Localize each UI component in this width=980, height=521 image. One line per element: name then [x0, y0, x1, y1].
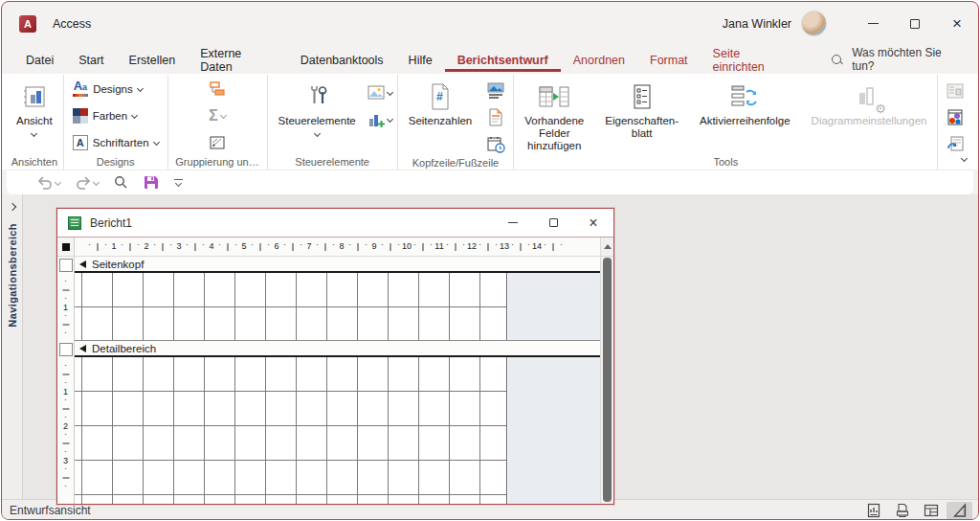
expand-nav-pane-chevron-icon[interactable]: [8, 203, 15, 211]
tell-me-search[interactable]: Was möchten Sie tun?: [831, 46, 967, 73]
add-ins-button[interactable]: [943, 105, 968, 129]
maximize-button[interactable]: [894, 2, 936, 45]
design-grid-detail[interactable]: [75, 357, 507, 504]
menu-tab-erstellen[interactable]: Erstellen: [117, 48, 189, 72]
insert-image-button[interactable]: [368, 80, 392, 104]
design-view-button[interactable]: [947, 502, 972, 520]
close-button[interactable]: ×: [936, 2, 978, 45]
group-sort-icon: [209, 80, 226, 98]
property-sheet-button[interactable]: Eigenschaften- blatt: [599, 77, 684, 140]
menu-tab-datei[interactable]: Datei: [13, 48, 66, 72]
chevron-down-icon: [137, 85, 144, 92]
colors-button[interactable]: Farben: [69, 103, 163, 127]
menu-tab-anordnen[interactable]: Anordnen: [561, 48, 637, 72]
insert-chart-button[interactable]: [368, 107, 392, 131]
menu-tab-format[interactable]: Format: [637, 48, 701, 72]
save-button[interactable]: [144, 175, 159, 191]
add-ins-icon: [947, 109, 964, 125]
chevron-down-icon: [387, 116, 393, 123]
insert-image-icon: [368, 85, 385, 100]
report-view-button[interactable]: [860, 502, 886, 520]
title-icon: [488, 108, 503, 126]
menu-tab-datenbanktools[interactable]: Datenbanktools: [288, 48, 396, 72]
group-designs: Aa Designs Farben A Schriftarten: [64, 75, 168, 170]
chevron-down-icon: [314, 130, 321, 137]
redo-button: [76, 176, 99, 190]
report-window-titlebar[interactable]: Bericht1 ×: [57, 209, 613, 238]
tab-order-icon: [730, 80, 759, 113]
fonts-button[interactable]: A Schriftarten: [69, 130, 163, 154]
navigation-pane-collapsed[interactable]: Navigationsbereich: [2, 194, 23, 499]
report-minimize-button[interactable]: [493, 209, 533, 237]
requery-icon: [947, 136, 964, 152]
layout-view-button[interactable]: [918, 502, 944, 520]
scrollbar-thumb[interactable]: [603, 258, 612, 502]
minimize-button[interactable]: [852, 2, 894, 45]
group-sort-button[interactable]: [205, 77, 230, 101]
undo-icon: [37, 176, 53, 190]
outside-report-area: [508, 273, 600, 340]
controls-tools-icon: [304, 80, 329, 113]
menu-tabs: DateiStartErstellenExterne DatenDatenban…: [13, 45, 806, 74]
form-properties-icon: [947, 83, 964, 99]
chevron-down-icon: [131, 112, 138, 119]
vertical-ruler[interactable]: ··1·· ··1··2··3··: [57, 257, 75, 504]
hide-details-icon: [209, 134, 226, 151]
chevron-down-icon: [31, 130, 37, 137]
requery-button[interactable]: [943, 132, 968, 156]
group-misc: [938, 75, 972, 170]
customize-qat-button[interactable]: [174, 179, 183, 186]
logo-button[interactable]: [483, 79, 508, 102]
redo-icon: [76, 176, 91, 190]
report-design-window: Bericht1 × ··1··2··3··4··5··6··7··8··9··…: [56, 208, 614, 505]
section-selector-pageheader[interactable]: [59, 259, 73, 272]
report-selector[interactable]: [57, 238, 75, 256]
view-icon: [21, 80, 48, 113]
group-kopfzeile: # Seitenzahlen Kopfzeile/Fußzeile: [398, 75, 515, 170]
print-preview-button[interactable]: [889, 502, 915, 520]
vertical-scrollbar[interactable]: [600, 257, 613, 504]
section-bar-pageheader[interactable]: Seitenkopf: [75, 257, 600, 273]
totals-button[interactable]: Σ: [205, 103, 230, 127]
chevron-down-icon: [152, 139, 159, 146]
horizontal-ruler[interactable]: ··1··2··3··4··5··6··7··8··9··10··11··12·…: [75, 238, 600, 256]
design-grid-pageheader[interactable]: [75, 273, 507, 340]
chevron-down-icon: [55, 179, 61, 186]
print-preview-icon: [895, 503, 910, 518]
menu-tab-seite-einrichten[interactable]: Seite einrichten: [701, 41, 807, 79]
colors-icon: [73, 108, 88, 124]
totals-sigma-icon: Σ: [209, 108, 218, 124]
chart-settings-icon: ⚙: [856, 80, 882, 113]
section-detail: [75, 357, 600, 504]
report-maximize-button[interactable]: [533, 209, 573, 237]
user-name[interactable]: Jana Winkler: [723, 17, 791, 31]
view-button[interactable]: Ansicht: [11, 77, 58, 136]
view-status-label: Entwurfsansicht: [10, 504, 91, 517]
controls-button[interactable]: Steuerelemente: [273, 77, 362, 136]
group-steuerelemente: Steuerelemente Steuerelemente: [268, 75, 398, 170]
scroll-up-button[interactable]: [600, 238, 613, 256]
section-selector-detail[interactable]: [59, 343, 73, 356]
search-button[interactable]: [114, 175, 128, 190]
hide-details-button[interactable]: [205, 130, 230, 154]
undo-button: [37, 176, 60, 190]
themes-icon: Aa: [73, 80, 88, 97]
menu-tab-berichtsentwurf[interactable]: Berichtsentwurf: [445, 48, 561, 72]
user-avatar[interactable]: [801, 11, 827, 36]
chevron-down-icon: [220, 112, 227, 119]
workspace: Navigationsbereich Bericht1 × ··1··2··3·…: [2, 194, 978, 499]
date-time-button[interactable]: [483, 132, 508, 156]
title-button[interactable]: [483, 105, 508, 129]
access-logo-icon: A: [19, 15, 36, 33]
section-pageheader: [75, 273, 600, 341]
add-existing-fields-button[interactable]: Vorhandene Felder hinzufügen: [519, 77, 590, 152]
themes-button[interactable]: Aa Designs: [69, 77, 163, 101]
menu-tab-start[interactable]: Start: [66, 48, 116, 72]
section-bar-detail[interactable]: Detailbereich: [75, 341, 600, 357]
menu-tab-externe-daten[interactable]: Externe Daten: [188, 41, 288, 79]
menu-tab-hilfe[interactable]: Hilfe: [396, 48, 445, 72]
tab-order-button[interactable]: Aktivierreihenfolge: [694, 77, 796, 127]
view-switcher: [860, 502, 972, 520]
report-close-button[interactable]: ×: [573, 209, 613, 237]
page-numbers-button[interactable]: # Seitenzahlen: [403, 77, 479, 127]
